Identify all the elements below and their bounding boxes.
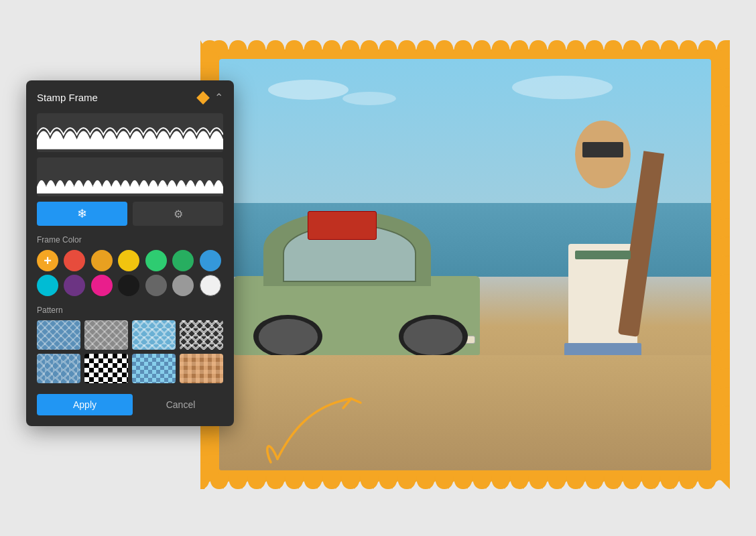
snowflake-icon: ❄ <box>77 206 87 221</box>
stamp-frame-panel: Stamp Frame ⌃ ❄ <box>26 80 234 426</box>
diamond-icon <box>196 91 210 105</box>
pattern-swatch-3[interactable] <box>132 320 176 350</box>
pattern-swatches-grid <box>37 320 223 383</box>
pattern-swatch-2[interactable] <box>84 320 128 350</box>
frame-preview-1[interactable] <box>37 113 223 152</box>
color-red[interactable] <box>64 250 85 271</box>
color-pink[interactable] <box>91 275 113 296</box>
main-container: Stamp Frame ⌃ ❄ <box>26 27 730 509</box>
pattern-swatch-1[interactable] <box>37 320 80 350</box>
color-white[interactable] <box>200 275 221 296</box>
pattern-label: Pattern <box>37 306 223 315</box>
chevron-up-icon[interactable]: ⌃ <box>214 91 223 104</box>
add-color-swatch[interactable]: + <box>37 250 58 271</box>
apply-button[interactable]: Apply <box>37 394 133 415</box>
color-orange[interactable] <box>91 250 113 271</box>
panel-header-icons: ⌃ <box>198 91 223 104</box>
action-buttons: Apply Cancel <box>37 394 223 415</box>
color-green[interactable] <box>172 250 194 271</box>
pattern-swatch-7[interactable] <box>132 354 176 383</box>
color-green-light[interactable] <box>145 250 167 271</box>
color-cyan[interactable] <box>37 275 58 296</box>
photo-frame-container <box>200 40 730 489</box>
color-yellow[interactable] <box>118 250 139 271</box>
pattern-swatch-4[interactable] <box>180 320 223 350</box>
frame-color-label: Frame Color <box>37 235 223 245</box>
color-swatches-grid: + <box>37 250 223 296</box>
gear-mode-button[interactable]: ⚙ <box>133 202 223 226</box>
color-gray[interactable] <box>172 275 194 296</box>
pattern-swatch-6[interactable] <box>84 354 128 383</box>
cancel-button[interactable]: Cancel <box>138 394 223 415</box>
plus-icon: + <box>44 254 52 267</box>
wave-preview-1 <box>37 116 223 149</box>
pattern-swatch-8[interactable] <box>180 354 223 383</box>
cloud-preview-2 <box>37 160 223 194</box>
snowflake-mode-button[interactable]: ❄ <box>37 202 127 226</box>
color-dark-gray[interactable] <box>145 275 167 296</box>
mode-buttons: ❄ ⚙ <box>37 202 223 226</box>
panel-title: Stamp Frame <box>37 92 98 103</box>
pattern-swatch-5[interactable] <box>37 354 80 383</box>
color-blue[interactable] <box>200 250 221 271</box>
color-black[interactable] <box>118 275 139 296</box>
panel-header: Stamp Frame ⌃ <box>37 91 223 104</box>
frame-preview-2[interactable] <box>37 157 223 196</box>
photo-content <box>219 59 711 470</box>
gear-icon: ⚙ <box>174 208 183 220</box>
color-purple[interactable] <box>64 275 85 296</box>
